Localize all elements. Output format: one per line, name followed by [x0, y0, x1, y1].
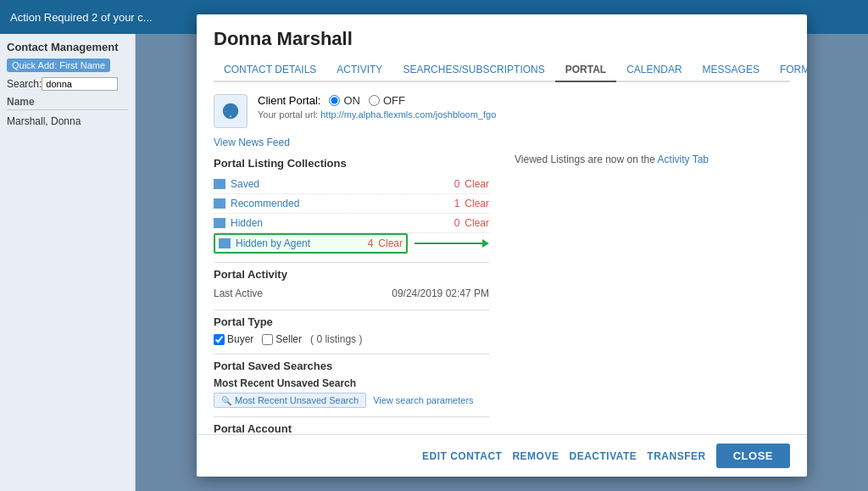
left-column: View News Feed Portal Listing Collection… — [214, 137, 489, 434]
contact-row[interactable]: Marshall, Donna — [7, 114, 128, 129]
buyer-checkbox[interactable] — [214, 334, 225, 345]
name-column-header: Name — [7, 96, 128, 110]
portal-account-section: Portal Account Username: client@mailinat… — [214, 416, 489, 434]
listing-name-recommended: Recommended — [231, 198, 442, 209]
portal-url-row: Your portal url: http://my.alpha.flexmls… — [258, 109, 496, 120]
portal-saved-searches-title: Portal Saved Searches — [214, 360, 489, 372]
portal-account-title: Portal Account — [214, 422, 489, 434]
client-portal-label: Client Portal: — [258, 94, 320, 107]
portal-status-row: Client Portal: ON OFF — [258, 94, 496, 107]
listing-count-saved: 0 — [442, 178, 459, 190]
last-active-value: 09/24/2019 02:47 PM — [392, 287, 489, 299]
tab-contact-details[interactable]: CONTACT DETAILS — [214, 59, 326, 82]
listing-name-hidden-by-agent: Hidden by Agent — [236, 237, 356, 249]
listing-clear-hidden-by-agent[interactable]: Clear — [378, 237, 403, 249]
search-input[interactable] — [42, 77, 118, 91]
buyer-checkbox-label[interactable]: Buyer — [214, 333, 253, 345]
sidebar-search-area: Search: — [7, 77, 128, 91]
sidebar-title: Contact Management — [7, 41, 128, 53]
radio-on[interactable] — [329, 95, 340, 106]
tab-searches-subscriptions[interactable]: SEARCHES/SUBSCRIPTIONS — [392, 59, 554, 82]
seller-checkbox-label[interactable]: Seller — [262, 333, 302, 345]
close-button[interactable]: CLOSE — [716, 444, 790, 468]
content-grid: View News Feed Portal Listing Collection… — [214, 137, 790, 434]
radio-off-label[interactable]: OFF — [369, 94, 405, 107]
listing-icon-hidden-by-agent — [219, 238, 231, 248]
tab-activity[interactable]: ACTIVITY — [326, 59, 392, 82]
listing-name-hidden: Hidden — [231, 217, 442, 229]
unsaved-search-row: 🔍 Most Recent Unsaved Search View search… — [214, 393, 489, 408]
modal-title: Donna Marshall — [214, 28, 790, 50]
modal-tabs: CONTACT DETAILS ACTIVITY SEARCHES/SUBSCR… — [214, 59, 790, 82]
listing-clear-recommended[interactable]: Clear — [465, 198, 489, 209]
remove-button[interactable]: REMOVE — [512, 450, 559, 462]
arrow-indicator — [415, 239, 489, 248]
activity-tab-link[interactable]: Activity Tab — [658, 153, 709, 165]
modal-header: Donna Marshall CONTACT DETAILS ACTIVITY … — [197, 14, 807, 82]
listing-count-recommended: 1 — [442, 198, 459, 209]
listing-row-recommended: Recommended 1 Clear — [214, 194, 489, 214]
listing-clear-hidden[interactable]: Clear — [465, 217, 489, 229]
arrow-line — [415, 243, 482, 244]
portal-saved-searches-section: Portal Saved Searches Most Recent Unsave… — [214, 354, 489, 408]
view-news-feed-link[interactable]: View News Feed — [214, 137, 489, 148]
last-active-label: Last Active — [214, 287, 263, 299]
listing-count-hidden-by-agent: 4 — [356, 237, 373, 249]
radio-off[interactable] — [369, 95, 380, 106]
portal-top: Client Portal: ON OFF Your portal url: h… — [214, 94, 790, 128]
viewed-listings-text: Viewed Listings are now on the — [515, 153, 655, 165]
listing-collections-title: Portal Listing Collections — [214, 157, 489, 170]
on-label-text: ON — [343, 94, 360, 107]
modal-footer: EDIT CONTACT REMOVE DEACTIVATE TRANSFER … — [197, 434, 807, 477]
right-column: Viewed Listings are now on the Activity … — [515, 137, 790, 434]
modal-body: Client Portal: ON OFF Your portal url: h… — [197, 82, 807, 434]
listing-icon-saved — [214, 179, 225, 189]
listing-row-saved: Saved 0 Clear — [214, 175, 489, 194]
listing-count-hidden: 0 — [442, 217, 459, 229]
tab-calendar[interactable]: CALENDAR — [616, 59, 692, 82]
listings-count-label: ( 0 listings ) — [310, 333, 362, 345]
tab-portal[interactable]: PORTAL — [555, 59, 616, 82]
portal-type-section: Portal Type Buyer Seller ( 0 listings ) — [214, 310, 489, 345]
listing-clear-saved[interactable]: Clear — [465, 178, 489, 190]
listing-icon-hidden — [214, 218, 225, 228]
view-search-params-link[interactable]: View search parameters — [373, 395, 473, 405]
portal-url-value: http://my.alpha.flexmls.com/joshbloom_fg… — [320, 109, 496, 120]
off-label-text: OFF — [383, 94, 405, 107]
tab-messages[interactable]: MESSAGES — [693, 59, 770, 82]
portal-type-title: Portal Type — [214, 315, 489, 328]
tab-forms[interactable]: FORMS — [770, 59, 807, 82]
edit-contact-button[interactable]: EDIT CONTACT — [422, 450, 502, 462]
portal-url-label: Your portal url: — [258, 109, 318, 120]
listings-container: Saved 0 Clear Recommended 1 Clear — [214, 175, 489, 254]
portal-icon — [214, 94, 248, 128]
portal-activity-section: Portal Activity Last Active 09/24/2019 0… — [214, 262, 489, 301]
buyer-label: Buyer — [227, 333, 253, 345]
listing-row-hidden-by-agent: Hidden by Agent 4 Clear — [214, 233, 408, 254]
modal: Donna Marshall CONTACT DETAILS ACTIVITY … — [197, 14, 807, 477]
portal-type-row: Buyer Seller ( 0 listings ) — [214, 333, 489, 345]
listing-row-hidden: Hidden 0 Clear — [214, 214, 489, 233]
most-recent-unsaved-search-link[interactable]: 🔍 Most Recent Unsaved Search — [214, 393, 366, 408]
search-label: Search: — [7, 78, 42, 90]
modal-backdrop: Donna Marshall CONTACT DETAILS ACTIVITY … — [136, 0, 868, 491]
portal-activity-title: Portal Activity — [214, 268, 489, 281]
seller-label: Seller — [275, 333, 302, 345]
seller-checkbox[interactable] — [262, 334, 273, 345]
top-bar-label: Action Required 2 of your c... — [10, 11, 153, 24]
arrow-head — [482, 239, 489, 248]
deactivate-button[interactable]: DEACTIVATE — [569, 450, 637, 462]
highlighted-row-wrapper: Hidden by Agent 4 Clear — [214, 233, 489, 254]
sidebar: Contact Management Quick Add: First Name… — [0, 34, 136, 491]
listing-icon-recommended — [214, 198, 225, 209]
radio-on-label[interactable]: ON — [329, 94, 360, 107]
portal-status: Client Portal: ON OFF Your portal url: h… — [258, 94, 496, 120]
quick-add-button[interactable]: Quick Add: First Name — [7, 59, 110, 72]
listing-name-saved: Saved — [231, 178, 442, 190]
most-recent-title: Most Recent Unsaved Search — [214, 377, 489, 389]
activity-last-active-row: Last Active 09/24/2019 02:47 PM — [214, 286, 489, 301]
transfer-button[interactable]: TRANSFER — [647, 450, 705, 462]
